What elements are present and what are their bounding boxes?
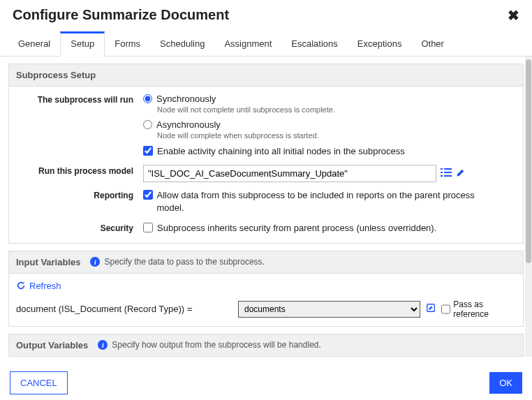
label-security: Security xyxy=(16,222,143,233)
svg-rect-3 xyxy=(444,172,452,173)
section-title-output: Output Variables xyxy=(16,340,88,350)
label-run-mode: The subprocess will run xyxy=(16,94,143,105)
content-scroll-area[interactable]: Subprocess Setup The subprocess will run… xyxy=(0,57,532,357)
section-header-input-vars: Input Variables i Specify the data to pa… xyxy=(8,251,524,274)
checkbox-pass-reference[interactable] xyxy=(441,304,450,314)
svg-rect-5 xyxy=(444,175,452,177)
label-process-model: Run this process model xyxy=(16,165,143,176)
tab-bar: General Setup Forms Scheduling Assignmen… xyxy=(0,31,532,57)
section-title: Subprocess Setup xyxy=(16,70,96,80)
section-header-subprocess: Subprocess Setup xyxy=(8,64,524,87)
ok-button[interactable]: OK xyxy=(489,372,522,394)
section-body-input-vars: Refresh document (ISL_Document (Record T… xyxy=(8,274,524,327)
checkbox-security-label: Subprocess inherits security from parent… xyxy=(157,222,436,235)
info-icon: i xyxy=(90,257,100,267)
edit-var-icon[interactable] xyxy=(426,303,436,315)
label-reporting: Reporting xyxy=(16,189,143,200)
tab-general[interactable]: General xyxy=(8,31,60,56)
svg-rect-2 xyxy=(441,172,443,173)
hint-asynchronous: Node will complete when subprocess is st… xyxy=(157,131,516,140)
list-picker-icon[interactable] xyxy=(441,167,452,180)
tab-assignment[interactable]: Assignment xyxy=(214,31,281,56)
pass-reference-label: Pass as reference xyxy=(453,299,516,319)
edit-expression-icon[interactable] xyxy=(456,168,466,179)
input-var-select[interactable]: documents xyxy=(238,301,420,318)
checkbox-security[interactable] xyxy=(143,223,153,232)
svg-rect-1 xyxy=(444,168,452,170)
cancel-button[interactable]: CANCEL xyxy=(10,371,68,394)
radio-synchronous-label: Synchronously xyxy=(156,94,216,104)
input-var-label: document (ISL_Document (Record Type)) = xyxy=(16,304,232,314)
scrollbar-thumb[interactable] xyxy=(526,59,531,263)
refresh-link[interactable]: Refresh xyxy=(16,276,61,295)
section-body-subprocess: The subprocess will run Synchronously No… xyxy=(8,87,524,244)
section-title-input: Input Variables xyxy=(16,257,80,267)
hint-output-vars: Specify how output from the subprocess w… xyxy=(112,340,321,350)
radio-synchronous[interactable] xyxy=(143,94,152,103)
refresh-label: Refresh xyxy=(29,281,61,291)
checkbox-reporting-label: Allow data from this subprocess to be in… xyxy=(157,189,492,214)
hint-input-vars: Specify the data to pass to the subproce… xyxy=(104,257,264,267)
input-process-model[interactable] xyxy=(143,165,436,182)
close-icon[interactable]: ✖ xyxy=(508,8,519,22)
hint-synchronous: Node will not complete until subprocess … xyxy=(157,105,516,114)
tab-escalations[interactable]: Escalations xyxy=(281,31,347,56)
dialog-footer: CANCEL OK xyxy=(0,366,532,400)
radio-asynchronous-label: Asynchronously xyxy=(156,119,221,130)
tab-other[interactable]: Other xyxy=(411,31,454,56)
input-variable-row: document (ISL_Document (Record Type)) = … xyxy=(16,295,516,323)
info-icon: i xyxy=(98,340,108,350)
checkbox-chaining-label: Enable activity chaining into all initia… xyxy=(157,145,405,158)
checkbox-chaining[interactable] xyxy=(143,146,153,156)
svg-rect-0 xyxy=(441,168,443,170)
checkbox-reporting[interactable] xyxy=(143,190,153,200)
tab-forms[interactable]: Forms xyxy=(105,31,150,56)
radio-asynchronous[interactable] xyxy=(143,120,152,129)
tab-exceptions[interactable]: Exceptions xyxy=(348,31,412,56)
scrollbar-track[interactable] xyxy=(525,57,532,357)
section-header-output-vars: Output Variables i Specify how output fr… xyxy=(8,334,524,357)
dialog-title: Configure Summarize Document xyxy=(13,7,229,23)
tab-scheduling[interactable]: Scheduling xyxy=(150,31,214,56)
svg-rect-4 xyxy=(441,175,443,177)
tab-setup[interactable]: Setup xyxy=(60,31,105,57)
